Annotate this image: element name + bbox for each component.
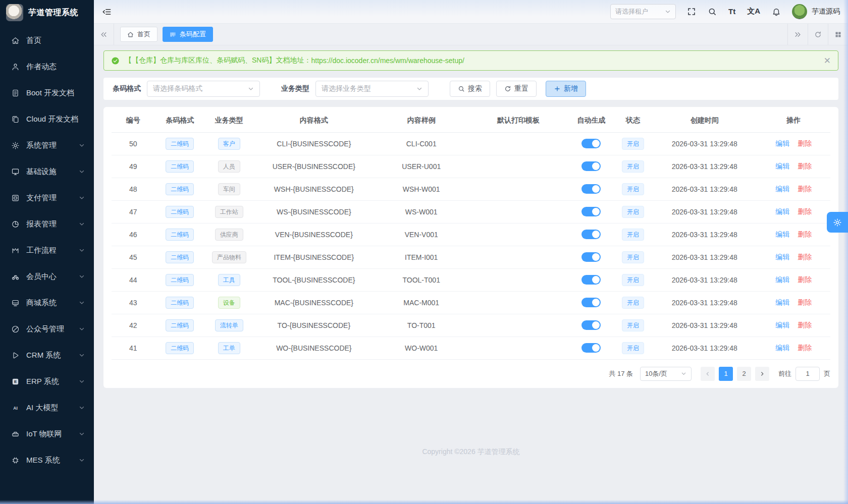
delete-button[interactable]: 删除: [798, 185, 812, 193]
delete-button[interactable]: 删除: [798, 275, 812, 284]
sidebar-item[interactable]: Cloud 开发文档: [0, 106, 94, 132]
user-name[interactable]: 芋道源码: [812, 7, 840, 16]
column-header: 操作: [757, 109, 830, 132]
user-avatar[interactable]: [792, 4, 807, 19]
tabs-scroll-right-icon[interactable]: [787, 24, 808, 45]
sidebar-item[interactable]: 工作流程: [0, 237, 94, 263]
delete-button[interactable]: 删除: [798, 139, 812, 147]
sidebar-item[interactable]: 公众号管理: [0, 316, 94, 342]
search-button[interactable]: 搜索: [450, 81, 490, 97]
auto-generate-toggle[interactable]: [581, 298, 601, 307]
edit-button[interactable]: 编辑: [775, 162, 789, 170]
chevron-down-icon: [79, 221, 85, 227]
alert-doc-link[interactable]: https://doc.iocoder.cn/mes/wm/warehouse-…: [311, 57, 464, 65]
sidebar-item[interactable]: CRM 系统: [0, 342, 94, 368]
business-type-placeholder: 请选择业务类型: [322, 84, 371, 93]
tab-home[interactable]: 首页: [120, 27, 157, 42]
delete-button[interactable]: 删除: [798, 162, 812, 170]
collapse-sidebar-icon[interactable]: [102, 7, 112, 17]
sidebar-item[interactable]: 支付管理: [0, 185, 94, 211]
sidebar-item[interactable]: MES 系统: [0, 447, 94, 473]
bell-icon[interactable]: [772, 7, 781, 16]
sidebar-item[interactable]: 会员中心: [0, 263, 94, 290]
ai-icon: AI: [11, 404, 20, 412]
sidebar-item[interactable]: 系统管理: [0, 132, 94, 158]
format-tag: 二维码: [166, 297, 194, 309]
add-button[interactable]: 新增: [546, 81, 586, 97]
tenant-select-placeholder: 请选择租户: [615, 7, 648, 16]
sidebar-item[interactable]: 作者动态: [0, 53, 94, 80]
auto-generate-toggle[interactable]: [581, 139, 601, 148]
table-row: 48 二维码 车间 WSH-{BUSINESSCODE} WSH-W001 开启…: [112, 178, 830, 200]
erp-icon: E: [11, 377, 20, 386]
page-size-select[interactable]: 10条/页: [640, 367, 692, 381]
delete-button[interactable]: 删除: [798, 321, 812, 329]
sidebar-item[interactable]: E ERP 系统: [0, 368, 94, 395]
sidebar-item[interactable]: 基础设施: [0, 158, 94, 185]
goto-page-input[interactable]: [796, 367, 820, 381]
edit-button[interactable]: 编辑: [775, 253, 789, 261]
delete-button[interactable]: 删除: [798, 207, 812, 215]
edit-button[interactable]: 编辑: [775, 139, 789, 147]
type-tag: 设备: [218, 297, 240, 309]
format-tag: 二维码: [166, 251, 194, 263]
tabs-scroll-left-icon[interactable]: [94, 24, 114, 45]
edit-button[interactable]: 编辑: [775, 185, 789, 193]
locale-icon[interactable]: 文A: [747, 7, 760, 16]
business-type-select[interactable]: 请选择业务类型: [315, 81, 429, 97]
sidebar-item[interactable]: 报表管理: [0, 211, 94, 237]
tenant-select[interactable]: 请选择租户: [610, 4, 676, 19]
auto-generate-toggle[interactable]: [581, 275, 601, 285]
auto-generate-toggle[interactable]: [581, 343, 601, 353]
barcode-format-select[interactable]: 请选择条码格式: [147, 81, 260, 97]
fullscreen-icon[interactable]: [687, 7, 696, 16]
cell-print-template: [468, 200, 568, 223]
goto-label: 前往: [778, 369, 791, 378]
tabs-menu-grid-icon[interactable]: [828, 24, 848, 45]
sidebar-item[interactable]: AI AI 大模型: [0, 395, 94, 421]
delete-button[interactable]: 删除: [798, 253, 812, 261]
auto-generate-toggle[interactable]: [581, 320, 601, 330]
document-icon: [11, 89, 20, 97]
edit-button[interactable]: 编辑: [775, 344, 789, 352]
auto-generate-toggle[interactable]: [581, 230, 601, 239]
edit-button[interactable]: 编辑: [775, 230, 789, 238]
reset-button[interactable]: 重置: [496, 81, 537, 97]
svg-text:AI: AI: [13, 405, 18, 410]
auto-generate-toggle[interactable]: [581, 161, 601, 171]
delete-button[interactable]: 删除: [798, 344, 812, 352]
close-icon[interactable]: ✕: [824, 57, 831, 65]
refresh-page-icon[interactable]: [808, 24, 828, 45]
status-badge: 开启: [622, 229, 644, 241]
sidebar-item[interactable]: IoT 物联网: [0, 421, 94, 447]
tab-barcode-config[interactable]: 条码配置: [163, 27, 213, 42]
auto-generate-toggle[interactable]: [581, 252, 601, 262]
prev-page-icon[interactable]: [701, 367, 715, 381]
sidebar-item-label: 报表管理: [26, 219, 57, 229]
auto-generate-toggle[interactable]: [581, 184, 601, 194]
type-tag: 供应商: [215, 229, 243, 241]
app-logo-row[interactable]: 芋道管理系统: [0, 0, 94, 25]
delete-button[interactable]: 删除: [798, 230, 812, 238]
svg-text:E: E: [14, 379, 17, 384]
sidebar: 芋道管理系统 首页 作者动态 Boot 开发文档 Cloud 开发文档 系统管理: [0, 0, 94, 504]
page-button-1[interactable]: 1: [719, 367, 733, 381]
cell-content-example: TOOL-T001: [375, 268, 468, 291]
chevron-down-icon: [79, 378, 85, 384]
sidebar-item[interactable]: 商城系统: [0, 290, 94, 316]
delete-button[interactable]: 删除: [798, 298, 812, 306]
sidebar-item[interactable]: Boot 开发文档: [0, 80, 94, 106]
font-size-icon[interactable]: Tt: [728, 7, 735, 16]
edit-button[interactable]: 编辑: [775, 207, 789, 215]
status-badge: 开启: [622, 342, 644, 354]
edit-button[interactable]: 编辑: [775, 321, 789, 329]
auto-generate-toggle[interactable]: [581, 207, 601, 216]
page-button-2[interactable]: 2: [737, 367, 751, 381]
page-unit-label: 页: [824, 369, 830, 378]
sidebar-item[interactable]: 首页: [0, 27, 94, 53]
next-page-icon[interactable]: [755, 367, 769, 381]
theme-settings-button[interactable]: [827, 212, 848, 233]
edit-button[interactable]: 编辑: [775, 298, 789, 306]
edit-button[interactable]: 编辑: [775, 275, 789, 284]
search-icon[interactable]: [708, 7, 717, 16]
